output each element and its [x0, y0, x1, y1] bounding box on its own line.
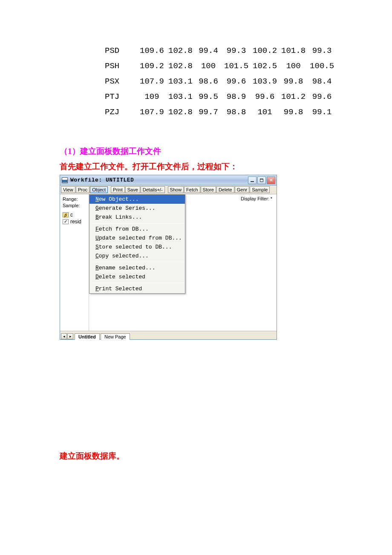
cell: 99.4: [195, 43, 222, 58]
toolbar-btn-fetch[interactable]: Fetch: [184, 186, 200, 193]
toolbar-btn-genr[interactable]: Genr: [235, 186, 249, 193]
table-row: PSX107.9103.198.699.6103.999.898.4: [103, 74, 336, 89]
toolbar-btn-details[interactable]: Details+/-: [141, 186, 165, 193]
row-label: PSD: [103, 43, 137, 58]
cell: 102.5: [251, 59, 279, 73]
cell: 99.6: [251, 90, 279, 104]
cell: 100: [280, 59, 307, 73]
coef-icon: β: [63, 212, 69, 217]
table-row: PZJ107.9102.899.798.810199.899.1: [103, 105, 336, 119]
menu-separator: [91, 223, 183, 223]
object-label: c: [70, 211, 73, 218]
workfile-window: Workfile: UNTITLED ✕ ViewProcObject Prin…: [60, 175, 277, 340]
row-label: PSX: [103, 74, 137, 89]
display-filter: Display Filter: *: [241, 196, 272, 201]
toolbar-btn-view[interactable]: View: [61, 186, 75, 193]
range-label: Range:: [63, 196, 89, 202]
titlebar[interactable]: Workfile: UNTITLED ✕: [60, 175, 277, 185]
cell: 107.9: [138, 105, 166, 119]
row-label: PZJ: [103, 105, 137, 119]
cell: 99.6: [308, 90, 336, 104]
minimize-button[interactable]: [248, 176, 257, 184]
cell: 103.1: [167, 74, 194, 89]
tab-prev-button[interactable]: ◂: [61, 333, 67, 339]
cell: 109.6: [138, 43, 166, 58]
cell: 102.8: [167, 43, 194, 58]
step2-text: 建立面板数据库。: [60, 451, 362, 462]
toolbar-btn-save[interactable]: Save: [125, 186, 140, 193]
cell: 103.9: [251, 74, 279, 89]
app-icon: [62, 177, 68, 183]
menu-item[interactable]: Store selected to DB...: [89, 243, 185, 251]
table-row: PTJ109103.199.598.999.6101.299.6: [103, 90, 336, 104]
cell: 99.3: [222, 43, 250, 58]
toolbar-btn-show[interactable]: Show: [168, 186, 184, 193]
menu-item[interactable]: Delete selected: [89, 272, 185, 281]
document-page: PSD109.6102.899.499.3100.2101.899.3PSH10…: [0, 0, 392, 483]
toolbar-btn-delete[interactable]: Delete: [216, 186, 234, 193]
object-item[interactable]: ✓resid: [63, 218, 89, 225]
row-label: PSH: [103, 59, 137, 73]
window-title: Workfile: UNTITLED: [70, 177, 248, 183]
cell: 100.2: [251, 43, 279, 58]
toolbar-btn-object[interactable]: Object: [90, 186, 108, 193]
cell: 103.1: [167, 90, 194, 104]
menu-item[interactable]: Print Selected: [89, 284, 185, 293]
cell: 98.6: [195, 74, 222, 89]
toolbar-btn-store[interactable]: Store: [201, 186, 216, 193]
menu-item[interactable]: Break Links...: [89, 213, 185, 222]
price-table: PSD109.6102.899.499.3100.2101.899.3PSH10…: [102, 43, 337, 120]
filter-rule: [188, 204, 274, 204]
menu-item[interactable]: Fetch from DB...: [89, 225, 185, 234]
cell: 109: [138, 90, 166, 104]
toolbar-btn-proc[interactable]: Proc: [76, 186, 90, 193]
menu-separator: [91, 283, 183, 283]
cell: 101.2: [280, 90, 307, 104]
sample-label: Sample:: [63, 202, 89, 209]
cell: 99.7: [195, 105, 222, 119]
close-button[interactable]: ✕: [267, 176, 275, 184]
cell: 100: [195, 59, 222, 73]
toolbar: ViewProcObject PrintSaveDetails+/- ShowF…: [60, 185, 277, 194]
menu-item[interactable]: Copy selected...: [89, 251, 185, 260]
row-label: PTJ: [103, 90, 137, 104]
cell: 99.8: [280, 74, 307, 89]
tab-next-button[interactable]: ▸: [67, 333, 73, 339]
cell: 101: [251, 105, 279, 119]
menu-item[interactable]: Rename selected...: [89, 263, 185, 272]
toolbar-btn-print[interactable]: Print: [111, 186, 125, 193]
menu-item[interactable]: Update selected from DB...: [89, 234, 185, 243]
toolbar-btn-sample[interactable]: Sample: [250, 186, 270, 193]
cell: 100.5: [308, 59, 336, 73]
cell: 99.1: [308, 105, 336, 119]
page-tabs: ◂ ▸ Untitled New Page: [60, 331, 277, 339]
object-item[interactable]: βc: [63, 211, 89, 218]
menu-separator: [91, 262, 183, 262]
table-row: PSH109.2102.8100101.5102.5100100.5: [103, 59, 336, 73]
cell: 102.8: [167, 105, 194, 119]
tab-active[interactable]: Untitled: [75, 333, 100, 340]
menu-item[interactable]: New Object...: [89, 195, 185, 204]
menu-item[interactable]: Generate Series...: [89, 204, 185, 213]
object-context-menu[interactable]: New Object...Generate Series...Break Lin…: [89, 194, 185, 294]
cell: 98.8: [222, 105, 250, 119]
cell: 98.9: [222, 90, 250, 104]
cell: 109.2: [138, 59, 166, 73]
cell: 107.9: [138, 74, 166, 89]
cell: 101.8: [280, 43, 307, 58]
left-panel: Range: Sample: βc✓resid: [60, 194, 89, 331]
table-row: PSD109.6102.899.499.3100.2101.899.3: [103, 43, 336, 58]
step-text: 首先建立工作文件。打开工作文件后，过程如下：: [60, 161, 362, 172]
cell: 101.5: [222, 59, 250, 73]
section-heading: （1）建立面板数据工作文件: [60, 146, 362, 157]
tab-new-page[interactable]: New Page: [101, 333, 130, 340]
client-area: Range: Sample: βc✓resid Display Filter: …: [60, 194, 277, 331]
cell: 99.6: [222, 74, 250, 89]
series-icon: ✓: [63, 219, 69, 224]
cell: 99.3: [308, 43, 336, 58]
cell: 99.8: [280, 105, 307, 119]
maximize-button[interactable]: [257, 176, 266, 184]
cell: 99.5: [195, 90, 222, 104]
cell: 98.4: [308, 74, 336, 89]
object-label: resid: [70, 218, 81, 225]
